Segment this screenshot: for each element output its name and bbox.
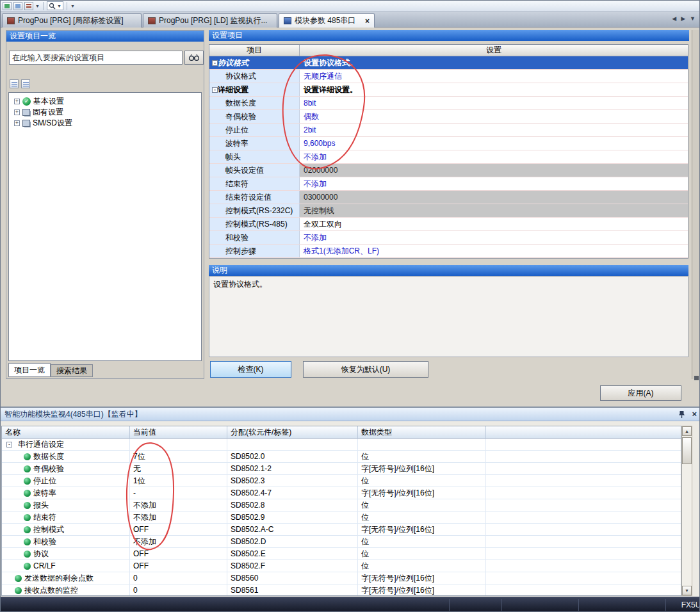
monitor-row[interactable]: 报头 不添加 SD8502.8 位 xyxy=(2,499,681,511)
next-tab-icon[interactable]: ▶ xyxy=(681,15,685,22)
expand-icon[interactable]: + xyxy=(14,120,20,126)
expand-icon[interactable] xyxy=(220,127,225,133)
monitor-row[interactable]: 波特率 - SD8502.4-7 字[无符号]/位列[16位] xyxy=(2,487,681,499)
expand-icon[interactable] xyxy=(220,114,225,120)
expand-icon[interactable]: + xyxy=(14,99,20,104)
expand-icon[interactable] xyxy=(220,208,225,214)
expand-icon[interactable]: + xyxy=(14,109,20,115)
settings-row[interactable]: 控制步骤 格式1(无添加CR、LF) xyxy=(209,245,688,258)
splitter-handle-icon[interactable] xyxy=(694,376,699,380)
setting-value[interactable]: 不添加 xyxy=(300,150,688,163)
setting-value[interactable]: 设置详细设置。 xyxy=(300,83,688,96)
toolbar-overflow-icon[interactable]: ▼ xyxy=(70,4,75,8)
monitor-row[interactable]: 奇偶校验 无 SD8502.1-2 字[无符号]/位列[16位] xyxy=(2,463,681,475)
settings-row[interactable]: 控制模式(RS-232C) 无控制线 xyxy=(209,204,688,218)
collapse-all-icon[interactable] xyxy=(21,79,30,88)
settings-row[interactable]: 帧头设定值 02000000 xyxy=(209,164,688,177)
close-panel-icon[interactable]: × xyxy=(692,410,697,418)
tab-progpou-ld-monitor[interactable]: ProgPou [PRG] [LD] 监视执行... xyxy=(143,13,277,28)
tree-item-smsd-settings[interactable]: + SM/SD设置 xyxy=(9,118,201,129)
expand-icon[interactable] xyxy=(15,466,21,472)
setting-value[interactable]: 无顺序通信 xyxy=(300,70,688,83)
search-button[interactable] xyxy=(184,51,204,65)
expand-icon[interactable] xyxy=(220,181,225,187)
monitor-row[interactable]: 控制模式 OFF SD8502.A-C 字[无符号]/位列[16位] xyxy=(2,524,681,536)
tree-item-inherent-settings[interactable]: + 固有设置 xyxy=(9,107,201,118)
tab-progpou-label-settings[interactable]: ProgPou [PRG] [局部标签设置] xyxy=(2,13,142,28)
tab-search-results[interactable]: 搜索结果 xyxy=(51,364,93,377)
close-tab-icon[interactable]: × xyxy=(365,18,370,24)
setting-value[interactable]: 02000000 xyxy=(300,164,688,177)
expand-icon[interactable] xyxy=(220,195,225,200)
monitor-scrollbar[interactable]: ▲ ▼ xyxy=(681,426,692,596)
settings-row[interactable]: - 详细设置 设置详细设置。 xyxy=(209,83,688,97)
expand-icon[interactable] xyxy=(15,503,21,508)
expand-all-icon[interactable] xyxy=(10,79,19,88)
settings-row[interactable]: 协议格式 无顺序通信 xyxy=(209,70,688,83)
expand-icon[interactable] xyxy=(15,490,21,496)
expand-icon[interactable] xyxy=(15,539,21,545)
expand-icon[interactable] xyxy=(220,248,225,254)
expand-icon[interactable] xyxy=(15,515,21,520)
scroll-up-icon[interactable]: ▲ xyxy=(682,426,692,436)
settings-row[interactable]: 波特率 9,600bps xyxy=(209,137,688,150)
setting-value[interactable]: 设置协议格式。 xyxy=(300,56,688,69)
tab-module-param-485[interactable]: 模块参数 485串口 × xyxy=(279,13,375,28)
expand-icon[interactable] xyxy=(15,454,21,460)
monitor-row[interactable]: 停止位 1位 SD8502.3 位 xyxy=(2,475,681,487)
expand-icon[interactable]: - xyxy=(6,442,12,447)
expand-icon[interactable]: - xyxy=(212,60,218,66)
expand-icon[interactable] xyxy=(220,74,225,79)
expand-icon[interactable]: - xyxy=(212,87,218,93)
settings-row[interactable]: 控制模式(RS-485) 全双工双向 xyxy=(209,218,688,231)
setting-value[interactable]: 2bit xyxy=(300,124,688,136)
monitor-row[interactable]: CR/LF OFF SD8502.F 位 xyxy=(2,560,681,572)
ladder-display-icon[interactable] xyxy=(24,2,33,10)
device-display-icon[interactable] xyxy=(13,2,22,10)
prev-tab-icon[interactable]: ◀ xyxy=(672,15,676,22)
expand-icon[interactable] xyxy=(6,576,12,581)
setting-value[interactable]: 不添加 xyxy=(300,231,688,244)
pin-icon[interactable] xyxy=(678,410,685,419)
setting-value[interactable]: 偶数 xyxy=(300,110,688,123)
monitor-row[interactable]: 接收点数的监控 0 SD8561 字[无符号]/位列[16位] xyxy=(2,584,681,596)
settings-row[interactable]: - 协议格式 设置协议格式。 xyxy=(209,56,688,70)
setting-value[interactable]: 格式1(无添加CR、LF) xyxy=(300,245,688,257)
expand-icon[interactable] xyxy=(220,235,225,241)
monitor-row[interactable]: 发送数据的剩余点数 0 SD8560 字[无符号]/位列[16位] xyxy=(2,572,681,584)
monitor-row[interactable]: 协议 OFF SD8502.E 位 xyxy=(2,548,681,560)
settings-row[interactable]: 停止位 2bit xyxy=(209,124,688,137)
tab-item-list[interactable]: 项目一览 xyxy=(8,363,51,377)
setting-value[interactable]: 03000000 xyxy=(300,191,688,204)
setting-value[interactable]: 不添加 xyxy=(300,177,688,190)
settings-row[interactable]: 数据长度 8bit xyxy=(209,97,688,110)
monitor-row[interactable]: 数据长度 7位 SD8502.0 位 xyxy=(2,451,681,463)
settings-row[interactable]: 结束符 不添加 xyxy=(209,177,688,191)
monitor-row[interactable]: 和校验 不添加 SD8502.D 位 xyxy=(2,536,681,548)
search-input[interactable] xyxy=(9,51,183,65)
expand-icon[interactable] xyxy=(15,478,21,484)
apply-button[interactable]: 应用(A) xyxy=(600,385,681,401)
monitor-row[interactable]: 结束符 不添加 SD8502.9 位 xyxy=(2,511,681,524)
scrollbar-thumb[interactable] xyxy=(682,437,692,464)
scroll-down-icon[interactable]: ▼ xyxy=(682,586,692,595)
expand-icon[interactable] xyxy=(6,588,12,593)
setting-value[interactable]: 全双工双向 xyxy=(300,218,688,230)
expand-icon[interactable] xyxy=(220,101,225,106)
monitor-row[interactable]: - 串行通信设定 xyxy=(2,439,681,451)
settings-row[interactable]: 奇偶校验 偶数 xyxy=(209,110,688,124)
settings-row[interactable]: 和校验 不添加 xyxy=(209,231,688,245)
setting-value[interactable]: 8bit xyxy=(300,97,688,109)
tree-item-basic-settings[interactable]: + ✓ 基本设置 xyxy=(9,96,201,107)
settings-row[interactable]: 帧头 不添加 xyxy=(209,150,688,164)
toolbar-dropdown-icon[interactable]: ▼ xyxy=(35,4,40,8)
setting-value[interactable]: 无控制线 xyxy=(300,204,688,217)
tab-menu-icon[interactable]: ▼ xyxy=(690,15,696,22)
expand-icon[interactable] xyxy=(220,168,225,173)
expand-icon[interactable] xyxy=(220,154,225,160)
expand-icon[interactable] xyxy=(15,563,21,569)
expand-icon[interactable] xyxy=(15,551,21,557)
setting-value[interactable]: 9,600bps xyxy=(300,137,688,150)
check-button[interactable]: 检查(K) xyxy=(210,361,291,378)
expand-icon[interactable] xyxy=(15,527,21,533)
